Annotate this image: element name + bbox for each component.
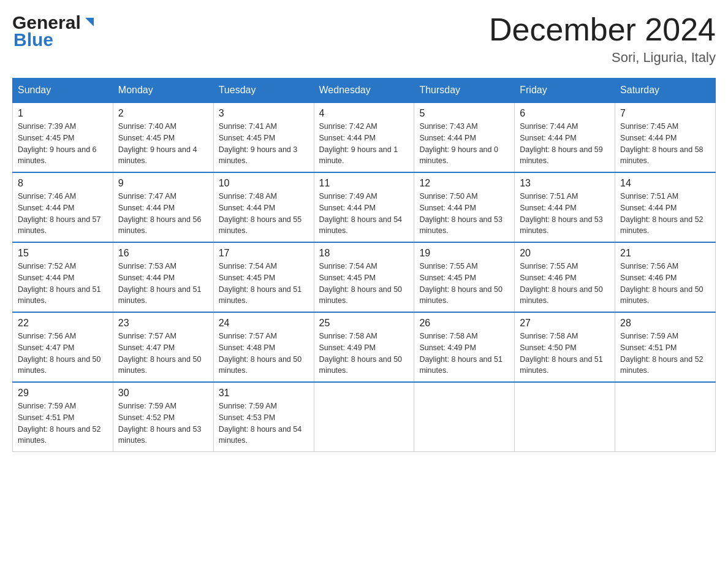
svg-marker-0	[85, 18, 94, 26]
table-row: 16 Sunrise: 7:53 AMSunset: 4:44 PMDaylig…	[113, 242, 213, 312]
day-number: 14	[620, 178, 710, 189]
table-row: 22 Sunrise: 7:56 AMSunset: 4:47 PMDaylig…	[13, 312, 113, 382]
table-row: 4 Sunrise: 7:42 AMSunset: 4:44 PMDayligh…	[314, 102, 414, 172]
table-row: 13 Sunrise: 7:51 AMSunset: 4:44 PMDaylig…	[515, 172, 615, 242]
day-number: 8	[18, 178, 108, 189]
day-info: Sunrise: 7:52 AMSunset: 4:44 PMDaylight:…	[18, 262, 101, 305]
day-info: Sunrise: 7:59 AMSunset: 4:53 PMDaylight:…	[219, 402, 302, 445]
day-number: 21	[620, 248, 710, 259]
table-row: 1 Sunrise: 7:39 AMSunset: 4:45 PMDayligh…	[13, 102, 113, 172]
day-info: Sunrise: 7:43 AMSunset: 4:44 PMDaylight:…	[419, 122, 498, 165]
day-info: Sunrise: 7:53 AMSunset: 4:44 PMDaylight:…	[118, 262, 202, 305]
table-row	[615, 382, 716, 452]
day-number: 12	[419, 178, 509, 189]
table-row: 31 Sunrise: 7:59 AMSunset: 4:53 PMDaylig…	[213, 382, 314, 452]
day-number: 29	[18, 388, 108, 399]
table-row: 12 Sunrise: 7:50 AMSunset: 4:44 PMDaylig…	[414, 172, 515, 242]
table-row: 15 Sunrise: 7:52 AMSunset: 4:44 PMDaylig…	[13, 242, 113, 312]
logo-blue-text: Blue	[12, 29, 53, 50]
day-number: 11	[319, 178, 409, 189]
day-info: Sunrise: 7:40 AMSunset: 4:45 PMDaylight:…	[118, 122, 197, 165]
day-number: 22	[18, 318, 108, 329]
table-row: 2 Sunrise: 7:40 AMSunset: 4:45 PMDayligh…	[113, 102, 213, 172]
table-row: 17 Sunrise: 7:54 AMSunset: 4:45 PMDaylig…	[213, 242, 314, 312]
col-wednesday: Wednesday	[314, 79, 414, 103]
table-row: 14 Sunrise: 7:51 AMSunset: 4:44 PMDaylig…	[615, 172, 716, 242]
day-info: Sunrise: 7:50 AMSunset: 4:44 PMDaylight:…	[419, 192, 502, 235]
table-row	[414, 382, 515, 452]
page-header: General Blue December 2024 Sori, Liguria…	[12, 12, 716, 66]
logo: General Blue	[12, 12, 96, 50]
table-row: 27 Sunrise: 7:58 AMSunset: 4:50 PMDaylig…	[515, 312, 615, 382]
table-row: 21 Sunrise: 7:56 AMSunset: 4:46 PMDaylig…	[615, 242, 716, 312]
day-number: 4	[319, 108, 409, 119]
calendar-header-row: Sunday Monday Tuesday Wednesday Thursday…	[13, 79, 716, 103]
day-info: Sunrise: 7:51 AMSunset: 4:44 PMDaylight:…	[520, 192, 603, 235]
col-thursday: Thursday	[414, 79, 515, 103]
day-number: 19	[419, 248, 509, 259]
col-sunday: Sunday	[13, 79, 113, 103]
table-row	[314, 382, 414, 452]
col-friday: Friday	[515, 79, 615, 103]
table-row: 7 Sunrise: 7:45 AMSunset: 4:44 PMDayligh…	[615, 102, 716, 172]
day-number: 27	[520, 318, 610, 329]
table-row: 18 Sunrise: 7:54 AMSunset: 4:45 PMDaylig…	[314, 242, 414, 312]
day-number: 1	[18, 108, 108, 119]
day-info: Sunrise: 7:59 AMSunset: 4:52 PMDaylight:…	[118, 402, 202, 445]
day-number: 20	[520, 248, 610, 259]
calendar-week-row: 15 Sunrise: 7:52 AMSunset: 4:44 PMDaylig…	[13, 242, 716, 312]
calendar-week-row: 22 Sunrise: 7:56 AMSunset: 4:47 PMDaylig…	[13, 312, 716, 382]
table-row: 30 Sunrise: 7:59 AMSunset: 4:52 PMDaylig…	[113, 382, 213, 452]
day-info: Sunrise: 7:42 AMSunset: 4:44 PMDaylight:…	[319, 122, 398, 165]
table-row: 6 Sunrise: 7:44 AMSunset: 4:44 PMDayligh…	[515, 102, 615, 172]
day-number: 30	[118, 388, 208, 399]
day-number: 10	[219, 178, 309, 189]
col-monday: Monday	[113, 79, 213, 103]
day-number: 25	[319, 318, 409, 329]
logo-triangle-icon	[83, 15, 96, 29]
day-info: Sunrise: 7:58 AMSunset: 4:49 PMDaylight:…	[319, 332, 403, 375]
day-info: Sunrise: 7:47 AMSunset: 4:44 PMDaylight:…	[118, 192, 202, 235]
day-info: Sunrise: 7:58 AMSunset: 4:50 PMDaylight:…	[520, 332, 603, 375]
day-info: Sunrise: 7:45 AMSunset: 4:44 PMDaylight:…	[620, 122, 703, 165]
day-number: 23	[118, 318, 208, 329]
day-number: 7	[620, 108, 710, 119]
day-number: 18	[319, 248, 409, 259]
day-info: Sunrise: 7:56 AMSunset: 4:46 PMDaylight:…	[620, 262, 703, 305]
day-info: Sunrise: 7:54 AMSunset: 4:45 PMDaylight:…	[219, 262, 302, 305]
day-info: Sunrise: 7:57 AMSunset: 4:47 PMDaylight:…	[118, 332, 202, 375]
day-number: 17	[219, 248, 309, 259]
day-info: Sunrise: 7:44 AMSunset: 4:44 PMDaylight:…	[520, 122, 603, 165]
title-area: December 2024 Sori, Liguria, Italy	[489, 12, 716, 66]
day-info: Sunrise: 7:59 AMSunset: 4:51 PMDaylight:…	[620, 332, 703, 375]
day-info: Sunrise: 7:55 AMSunset: 4:45 PMDaylight:…	[419, 262, 502, 305]
day-info: Sunrise: 7:54 AMSunset: 4:45 PMDaylight:…	[319, 262, 403, 305]
day-number: 9	[118, 178, 208, 189]
table-row: 11 Sunrise: 7:49 AMSunset: 4:44 PMDaylig…	[314, 172, 414, 242]
table-row: 28 Sunrise: 7:59 AMSunset: 4:51 PMDaylig…	[615, 312, 716, 382]
day-info: Sunrise: 7:48 AMSunset: 4:44 PMDaylight:…	[219, 192, 302, 235]
day-number: 6	[520, 108, 610, 119]
day-info: Sunrise: 7:57 AMSunset: 4:48 PMDaylight:…	[219, 332, 302, 375]
day-info: Sunrise: 7:59 AMSunset: 4:51 PMDaylight:…	[18, 402, 101, 445]
calendar-week-row: 8 Sunrise: 7:46 AMSunset: 4:44 PMDayligh…	[13, 172, 716, 242]
col-saturday: Saturday	[615, 79, 716, 103]
day-number: 31	[219, 388, 309, 399]
table-row: 29 Sunrise: 7:59 AMSunset: 4:51 PMDaylig…	[13, 382, 113, 452]
day-number: 3	[219, 108, 309, 119]
table-row: 5 Sunrise: 7:43 AMSunset: 4:44 PMDayligh…	[414, 102, 515, 172]
table-row: 3 Sunrise: 7:41 AMSunset: 4:45 PMDayligh…	[213, 102, 314, 172]
table-row: 23 Sunrise: 7:57 AMSunset: 4:47 PMDaylig…	[113, 312, 213, 382]
day-number: 15	[18, 248, 108, 259]
day-number: 13	[520, 178, 610, 189]
day-number: 2	[118, 108, 208, 119]
table-row: 8 Sunrise: 7:46 AMSunset: 4:44 PMDayligh…	[13, 172, 113, 242]
table-row: 26 Sunrise: 7:58 AMSunset: 4:49 PMDaylig…	[414, 312, 515, 382]
calendar-week-row: 1 Sunrise: 7:39 AMSunset: 4:45 PMDayligh…	[13, 102, 716, 172]
table-row: 9 Sunrise: 7:47 AMSunset: 4:44 PMDayligh…	[113, 172, 213, 242]
calendar-week-row: 29 Sunrise: 7:59 AMSunset: 4:51 PMDaylig…	[13, 382, 716, 452]
day-info: Sunrise: 7:56 AMSunset: 4:47 PMDaylight:…	[18, 332, 101, 375]
table-row: 10 Sunrise: 7:48 AMSunset: 4:44 PMDaylig…	[213, 172, 314, 242]
table-row: 25 Sunrise: 7:58 AMSunset: 4:49 PMDaylig…	[314, 312, 414, 382]
day-number: 28	[620, 318, 710, 329]
